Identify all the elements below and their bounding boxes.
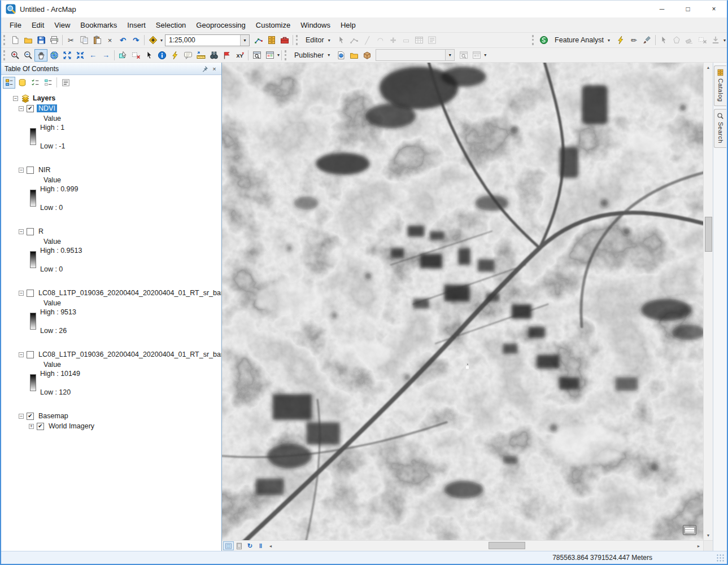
toc-options-button[interactable]	[59, 77, 72, 89]
layer-name[interactable]: NDVI	[37, 104, 57, 112]
map-overlay-note-icon[interactable]	[683, 525, 696, 535]
eraser-icon[interactable]	[683, 34, 696, 46]
find-button[interactable]	[207, 49, 220, 62]
layer-visibility-checkbox[interactable]	[27, 351, 34, 358]
identify-button[interactable]	[155, 49, 168, 62]
layer-visibility-checkbox[interactable]	[27, 167, 34, 174]
layer-row[interactable]: − LC08_L1TP_019036_20200404_20200404_01_…	[19, 349, 221, 360]
refresh-view-button[interactable]: ↻	[245, 541, 255, 550]
toc-close-icon[interactable]: ×	[210, 64, 219, 73]
expander-icon[interactable]: −	[13, 96, 18, 101]
clear-selected-features-button[interactable]	[129, 49, 142, 62]
attributes-button[interactable]	[413, 34, 426, 46]
pin-icon[interactable]	[200, 64, 210, 73]
layer-visibility-checkbox[interactable]	[27, 228, 34, 235]
resize-grip[interactable]	[716, 554, 724, 562]
straight-segment-tool-button[interactable]: ╱	[361, 34, 374, 46]
layer-visibility-checkbox[interactable]	[27, 290, 34, 297]
layer-row[interactable]: − R	[19, 226, 221, 236]
expander-icon[interactable]: +	[29, 424, 34, 429]
list-by-selection-button[interactable]	[42, 77, 54, 89]
layer-name[interactable]: Basemap	[37, 412, 70, 420]
scroll-left-icon[interactable]: ◄	[266, 541, 275, 551]
vertical-scroll-thumb[interactable]	[705, 217, 712, 252]
full-extent-button[interactable]	[47, 49, 60, 62]
layer-name[interactable]: LC08_L1TP_019036_20200404_20200404_01_RT…	[37, 351, 221, 358]
feature-analyst-menu-button[interactable]: Feature Analyst ▾	[550, 34, 614, 46]
zoom-in-button[interactable]	[8, 49, 21, 62]
pan-button[interactable]	[34, 49, 47, 62]
data-view-button[interactable]	[223, 541, 234, 550]
html-popup-button[interactable]	[181, 49, 194, 62]
polygon-icon[interactable]	[670, 34, 683, 46]
select-elements-button[interactable]	[142, 49, 155, 62]
tools-overflow-icon[interactable]: ▾	[277, 52, 280, 58]
arctoolbox-button[interactable]	[278, 34, 291, 46]
new-document-button[interactable]	[8, 34, 21, 46]
layer-row[interactable]: − ✔ Basemap	[19, 411, 221, 421]
map-horizontal-scrollbar[interactable]: ◄ ►	[266, 541, 703, 551]
layer-visibility-checkbox[interactable]: ✔	[27, 105, 34, 112]
find-route-button[interactable]	[220, 49, 233, 62]
menu-view[interactable]: View	[49, 19, 75, 32]
toolbar-grip[interactable]	[532, 35, 535, 45]
magnifier-window-button[interactable]	[250, 49, 263, 62]
layer-name[interactable]: NIR	[37, 166, 53, 174]
publisher-overflow-icon[interactable]: ▾	[484, 52, 486, 58]
save-button[interactable]	[34, 34, 47, 46]
fixed-zoom-out-button[interactable]	[73, 49, 86, 62]
brush-icon[interactable]	[640, 34, 653, 46]
lightning-icon[interactable]	[614, 34, 627, 46]
toolbar-grip[interactable]	[285, 50, 287, 60]
menu-selection[interactable]: Selection	[151, 19, 191, 32]
add-data-dropdown-icon[interactable]: ▾	[160, 38, 163, 43]
delete-button[interactable]: ×	[103, 34, 116, 46]
sketch-properties-button[interactable]	[426, 34, 439, 46]
paste-button[interactable]	[90, 34, 103, 46]
select-features-button[interactable]	[116, 49, 129, 62]
layer-name[interactable]: LC08_L1TP_019036_20200404_20200404_01_RT…	[37, 289, 221, 297]
add-data-button[interactable]	[146, 34, 159, 46]
pencil-icon[interactable]: ✏	[627, 34, 640, 46]
create-features-button[interactable]	[348, 34, 361, 46]
tab-catalog[interactable]: Catalog	[714, 65, 726, 106]
expander-icon[interactable]: −	[19, 106, 24, 111]
close-button[interactable]: ×	[701, 1, 727, 17]
horizontal-scroll-thumb[interactable]	[489, 542, 525, 549]
scroll-up-icon[interactable]: ▲	[704, 63, 713, 72]
edit-tool-button[interactable]	[335, 34, 348, 46]
menu-file[interactable]: File	[5, 19, 27, 32]
rectangle-tool-button[interactable]: ▭	[400, 34, 413, 46]
measure-button[interactable]	[194, 49, 207, 62]
download-icon[interactable]	[709, 34, 722, 46]
catalog-window-button[interactable]	[265, 34, 278, 46]
layout-view-button[interactable]	[234, 541, 245, 550]
toolbar-grip[interactable]	[3, 50, 6, 60]
toolbar-grip[interactable]	[296, 35, 299, 45]
list-by-source-button[interactable]	[16, 77, 28, 89]
select-arrow-icon[interactable]	[657, 34, 670, 46]
pause-drawing-button[interactable]: ‖	[255, 541, 266, 550]
layer-row-world-imagery[interactable]: + ✔ World Imagery	[29, 421, 221, 431]
forward-extent-button[interactable]: →	[99, 49, 112, 62]
layer-row[interactable]: − LC08_L1TP_019036_20200404_20200404_01_…	[19, 288, 221, 298]
menu-geoprocessing[interactable]: Geoprocessing	[191, 19, 250, 32]
cut-button[interactable]: ✂	[64, 34, 77, 46]
publish-map-button[interactable]	[334, 49, 347, 62]
arc-segment-tool-button[interactable]: ◠	[374, 34, 387, 46]
menu-edit[interactable]: Edit	[27, 19, 49, 32]
minimize-button[interactable]: ─	[649, 1, 675, 17]
feature-analyst-button[interactable]	[537, 34, 550, 46]
maximize-button[interactable]: □	[675, 1, 701, 17]
layer-row[interactable]: − NIR	[19, 165, 221, 175]
split-tool-button[interactable]: ✚	[387, 34, 400, 46]
menu-customize[interactable]: Customize	[251, 19, 295, 32]
menu-windows[interactable]: Windows	[295, 19, 335, 32]
copy-button[interactable]	[77, 34, 90, 46]
hyperlink-button[interactable]	[168, 49, 181, 62]
menu-bookmarks[interactable]: Bookmarks	[75, 19, 122, 32]
layers-root-label[interactable]: Layers	[33, 94, 55, 102]
tab-search[interactable]: Search	[714, 109, 726, 148]
toc-root-row[interactable]: − Layers	[13, 93, 221, 103]
expander-icon[interactable]: −	[19, 291, 24, 296]
